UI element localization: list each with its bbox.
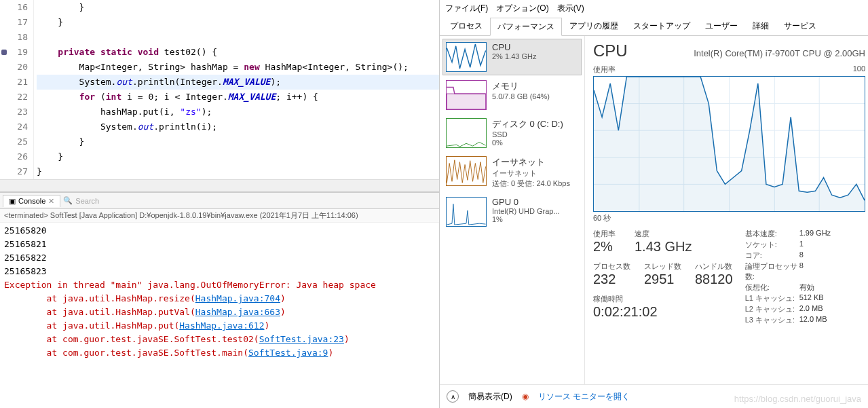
menu-item[interactable]: 表示(V) (557, 3, 584, 14)
sidebar-item-3[interactable]: イーサネットイーサネット送信: 0 受信: 24.0 Kbps (442, 153, 582, 192)
chart-y-label: 使用率 (593, 64, 616, 75)
sidebar-item-2[interactable]: ディスク 0 (C: D:)SSD0% (442, 115, 582, 151)
simple-view-button[interactable]: 簡易表示(D) (468, 391, 512, 403)
code-editor[interactable]: 161718192021222324252627 } } private sta… (0, 0, 439, 179)
sidebar-item-1[interactable]: メモリ5.0/7.8 GB (64%) (442, 77, 582, 113)
tab-bar: プロセスパフォーマンスアプリの履歴スタートアップユーザー詳細サービス (440, 17, 868, 36)
console-icon: ▣ (9, 197, 16, 206)
resource-monitor-link[interactable]: リソース モニターを開く (538, 391, 630, 403)
task-manager-footer: ∧ 簡易表示(D) ◉ リソース モニターを開く (440, 384, 868, 408)
menu-item[interactable]: ファイル(F) (445, 3, 488, 14)
menu-item[interactable]: オプション(O) (496, 3, 548, 14)
console-panel: ▣ Console ✕ 🔍 Search <terminated> SoftTe… (0, 191, 439, 408)
search-placeholder: Search (75, 197, 99, 205)
console-tab[interactable]: ▣ Console ✕ (3, 195, 60, 207)
sidebar-item-4[interactable]: GPU 0Intel(R) UHD Grap...1% (442, 193, 582, 230)
close-icon[interactable]: ✕ (48, 197, 54, 206)
code-area[interactable]: } } private static void test02() { Map<I… (34, 0, 439, 179)
menu-bar: ファイル(F)オプション(O)表示(V) (440, 0, 868, 17)
cpu-details: 基本速度:1.99 GHzソケット:1コア:8論理プロセッサ数:8仮想化:有効L… (745, 229, 831, 325)
tab-0[interactable]: プロセス (442, 17, 490, 35)
sidebar-item-0[interactable]: CPU2% 1.43 GHz (442, 39, 582, 75)
tab-3[interactable]: スタートアップ (626, 17, 698, 35)
editor-scrollbar[interactable] (0, 179, 439, 191)
cpu-model: Intel(R) Core(TM) i7-9700T CPU @ 2.00GH (694, 48, 865, 58)
tab-1[interactable]: パフォーマンス (490, 18, 562, 36)
console-tabbar: ▣ Console ✕ 🔍 Search (0, 193, 439, 209)
resource-monitor-icon: ◉ (522, 392, 529, 401)
cpu-title: CPU (593, 41, 628, 60)
console-tab-label: Console (18, 197, 45, 205)
chart-y-max: 100 (853, 64, 865, 75)
chevron-up-icon[interactable]: ∧ (447, 390, 459, 403)
cpu-usage-chart[interactable] (593, 76, 865, 212)
chart-x-label: 60 秒 (593, 213, 865, 223)
eclipse-window: 161718192021222324252627 } } private sta… (0, 0, 440, 408)
console-status: <terminated> SoftTest [Java Application]… (0, 209, 439, 223)
tab-5[interactable]: 詳細 (745, 17, 776, 35)
search-box[interactable]: 🔍 Search (63, 196, 99, 205)
performance-main: CPU Intel(R) Core(TM) i7-9700T CPU @ 2.0… (585, 36, 868, 384)
performance-sidebar: CPU2% 1.43 GHz メモリ5.0/7.8 GB (64%) ディスク … (440, 36, 585, 384)
svg-rect-0 (447, 94, 485, 109)
search-icon: 🔍 (63, 196, 73, 205)
console-output[interactable]: 25165820251658212516582225165823Exceptio… (0, 223, 439, 408)
tab-2[interactable]: アプリの履歴 (562, 17, 626, 35)
tab-4[interactable]: ユーザー (698, 17, 745, 35)
task-manager-window: ファイル(F)オプション(O)表示(V) プロセスパフォーマンスアプリの履歴スタ… (440, 0, 868, 408)
tab-6[interactable]: サービス (776, 17, 824, 35)
line-gutter: 161718192021222324252627 (0, 0, 34, 179)
